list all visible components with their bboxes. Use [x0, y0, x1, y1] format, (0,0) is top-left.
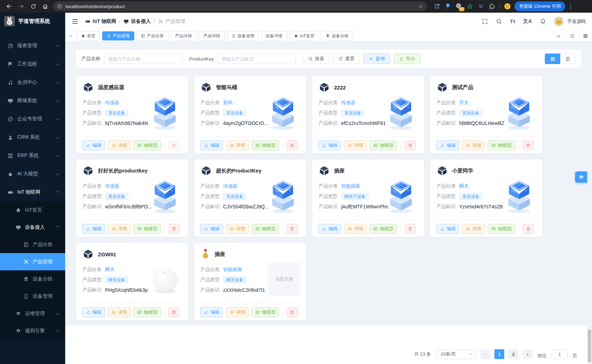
tabs-refresh-icon[interactable] [565, 30, 579, 42]
delete-button[interactable] [405, 140, 416, 150]
delete-button[interactable] [286, 224, 298, 234]
product-category-link[interactable]: 传感器 [105, 183, 119, 189]
settings-fab[interactable] [575, 171, 587, 183]
product-category-link[interactable]: 传感器 [223, 183, 238, 189]
edit-button[interactable]: 编辑 [436, 140, 459, 150]
product-name-input[interactable] [104, 54, 182, 64]
username[interactable]: 芋道源码 [567, 18, 586, 25]
thing-model-button[interactable]: 物模型 [488, 140, 515, 150]
sidebar-item-product-category[interactable]: 产品分类 [0, 236, 65, 253]
sidebar-item-mall[interactable]: 商城系统 [0, 92, 65, 110]
detail-button[interactable]: 详情 [344, 140, 367, 150]
sidebar-item-report[interactable]: 报表管理 [0, 37, 65, 55]
delete-button[interactable] [168, 307, 180, 317]
sidebar-item-ai[interactable]: AI 大模型 [0, 165, 65, 183]
tab-product-manage[interactable]: 产品管理 [102, 31, 134, 40]
scrollbar-thumb[interactable] [588, 329, 591, 363]
product-category-link[interactable]: 新风 [223, 100, 233, 106]
delete-button[interactable] [286, 140, 298, 150]
sidebar-item-mp[interactable]: 公众号管理 [0, 110, 65, 128]
product-category-link[interactable]: 网关 [459, 183, 469, 189]
detail-button[interactable]: 详情 [462, 140, 485, 150]
browser-home-button[interactable] [39, 1, 51, 12]
extension-chevrons-icon[interactable] [476, 2, 485, 11]
product-category-link[interactable]: 网关 [105, 266, 115, 273]
edit-button[interactable]: 编辑 [82, 224, 105, 234]
sidebar-item-ops-manage[interactable]: 运维管理 [0, 305, 65, 322]
search-button[interactable]: 搜索 [303, 54, 329, 64]
profile-avatar[interactable] [503, 2, 512, 11]
tabs-scroll-right-icon[interactable]: » [552, 30, 565, 42]
detail-button[interactable]: 详情 [462, 224, 485, 234]
sidebar-item-workflow[interactable]: 工作流程 [0, 55, 65, 73]
sidebar-item-crm[interactable]: CRM 系统 [0, 128, 65, 146]
site-info-icon[interactable] [56, 3, 63, 10]
edit-button[interactable]: 编辑 [200, 224, 223, 234]
user-avatar[interactable] [554, 17, 564, 26]
sidebar-item-device-group[interactable]: 设备分组 [0, 270, 65, 288]
detail-button[interactable]: 详情 [226, 140, 249, 150]
sidebar-item-member[interactable]: 会员中心 [0, 73, 65, 92]
product-category-link[interactable]: 传感器 [105, 100, 119, 106]
detail-button[interactable]: 详情 [108, 140, 131, 150]
delete-button[interactable] [523, 224, 534, 234]
extension-badge-icon[interactable]: 14 [455, 2, 463, 11]
product-category-link[interactable]: 智能插座 [223, 266, 242, 273]
app-logo-row[interactable]: 芋道管理系统 [0, 13, 65, 30]
goto-page-input[interactable] [551, 349, 568, 359]
bookmark-star-icon[interactable]: ☆ [417, 3, 425, 10]
product-key-input[interactable] [217, 54, 296, 64]
edit-button[interactable]: 编辑 [318, 140, 341, 150]
thing-model-button[interactable]: 物模型 [370, 140, 397, 150]
language-icon[interactable]: 文A [523, 18, 532, 25]
edit-button[interactable]: 编辑 [200, 307, 223, 317]
detail-button[interactable]: 详情 [108, 307, 131, 317]
sidebar-item-iot[interactable]: IoT 物联网 [0, 183, 65, 201]
browser-forward-button[interactable] [16, 1, 27, 12]
tab-product-detail-1[interactable]: 产品详情 [171, 31, 197, 40]
export-button[interactable]: 导出 [394, 54, 420, 64]
reset-button[interactable]: 重置 [333, 54, 360, 64]
product-category-link[interactable]: 传感器 [341, 100, 356, 106]
thing-model-button[interactable]: 物模型 [252, 307, 279, 317]
thing-model-button[interactable]: 物模型 [252, 140, 279, 150]
edit-button[interactable]: 编辑 [82, 307, 105, 317]
url-text[interactable]: localhost/iot/device/product [66, 4, 414, 9]
list-view-button[interactable] [560, 54, 576, 64]
delete-button[interactable] [286, 307, 298, 317]
search-icon[interactable] [496, 18, 502, 25]
thing-model-button[interactable]: 物模型 [370, 224, 397, 234]
tab-product-category[interactable]: 产品分类 [136, 31, 168, 40]
extension-star-icon[interactable] [465, 2, 474, 11]
prev-page-button[interactable]: ‹ [480, 349, 490, 359]
product-category-link[interactable]: 智能插座 [341, 183, 360, 189]
page-button-1[interactable]: 1 [494, 349, 504, 359]
notification-bell-icon[interactable] [540, 18, 546, 25]
thing-model-button[interactable]: 物模型 [134, 140, 161, 150]
sidebar-item-device-manage[interactable]: 设备管理 [0, 288, 65, 305]
edit-button[interactable]: 编辑 [82, 140, 105, 150]
product-category-link[interactable]: 开关 [459, 100, 469, 106]
browser-menu-icon[interactable]: ⋮ [567, 3, 574, 10]
page-button-2[interactable]: 2 [508, 349, 518, 359]
tabs-layout-icon[interactable] [579, 30, 592, 42]
delete-button[interactable] [168, 224, 180, 234]
detail-button[interactable]: 详情 [344, 224, 367, 234]
tab-iot-home[interactable]: IoT首页 [289, 31, 319, 40]
extensions-puzzle-icon[interactable] [487, 2, 496, 11]
sidebar-item-device-access[interactable]: 设备接入 [0, 219, 65, 236]
thing-model-button[interactable]: 物模型 [134, 307, 161, 317]
edit-button[interactable]: 编辑 [200, 140, 223, 150]
tab-device-group[interactable]: 设备分组 [321, 31, 353, 40]
chrome-update-button[interactable]: 有新版 Chrome 可用 [514, 1, 565, 11]
sidebar-item-product-manage[interactable]: 产品管理 [0, 253, 65, 270]
extension-balloon-icon[interactable] [444, 2, 452, 11]
tab-device-manage[interactable]: 设备管理 [227, 31, 259, 40]
next-page-button[interactable]: › [523, 349, 532, 359]
collapse-sidebar-icon[interactable] [72, 18, 79, 25]
thing-model-button[interactable]: 物模型 [134, 224, 161, 234]
address-bar[interactable]: localhost/iot/device/product ☆ [53, 1, 427, 11]
tabs-scroll-left-icon[interactable]: « [67, 33, 74, 39]
edit-button[interactable]: 编辑 [436, 224, 459, 234]
sidebar-item-erp[interactable]: ERP 系统 [0, 146, 65, 165]
